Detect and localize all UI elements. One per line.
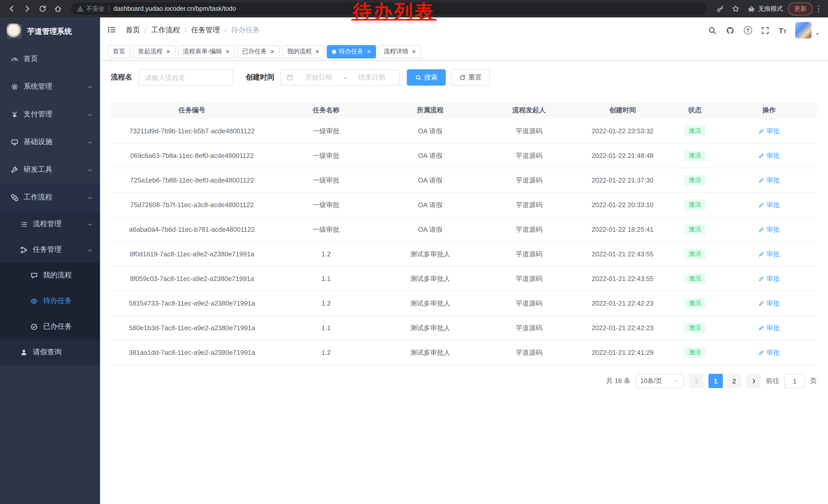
tab-close-icon[interactable]: ×	[166, 48, 170, 55]
sidebar-item-devtools[interactable]: 研发工具	[0, 156, 100, 184]
url-text: dashboard.yudao.iocoder.cn/bpm/task/todo	[113, 5, 236, 12]
sidebar-item-workflow[interactable]: 工作流程	[0, 184, 100, 211]
approve-link[interactable]: 审批	[758, 249, 780, 259]
status-badge: 激活	[684, 298, 706, 309]
sidebar-item-my-process[interactable]: 我的流程	[0, 263, 100, 288]
tab-label: 已办任务	[242, 47, 267, 56]
action-cell: 审批	[721, 176, 817, 185]
avatar-caret-icon[interactable]: ▾	[816, 31, 819, 39]
update-button[interactable]: 更新	[788, 2, 813, 15]
search-button[interactable]: 搜索	[407, 69, 446, 86]
help-icon[interactable]: ?	[744, 26, 752, 34]
approve-link[interactable]: 审批	[758, 176, 780, 185]
tab-close-icon[interactable]: ×	[412, 48, 416, 55]
tab-home[interactable]: 首页	[108, 45, 130, 58]
goto-label: 前往	[766, 376, 779, 385]
edit-icon	[758, 300, 764, 306]
reload-icon[interactable]	[36, 2, 49, 15]
chevron-down-icon	[87, 167, 93, 173]
sidebar-collapse-icon[interactable]	[107, 25, 118, 35]
date-range-picker[interactable]: 开始日期 - 结束日期	[281, 69, 400, 86]
status-badge: 激活	[684, 175, 706, 186]
app-logo[interactable]: 芋道管理系统	[0, 17, 100, 45]
approve-link[interactable]: 审批	[758, 323, 780, 332]
tab-process-form-edit[interactable]: 流程表单-编辑 ×	[178, 45, 235, 58]
sidebar-item-leave-query[interactable]: 请假查询	[0, 339, 100, 365]
tab-my-process[interactable]: 我的流程 ×	[282, 45, 325, 58]
password-key-icon[interactable]	[714, 2, 727, 15]
header: 首页/工作流程/任务管理/待办任务 ? TT ▾	[100, 17, 828, 43]
browser-window: 不安全 dashboard.yudao.iocoder.cn/bpm/task/…	[0, 0, 828, 504]
process-cell: 测试多审批人	[379, 299, 482, 308]
process-cell: OA 请假	[379, 126, 482, 136]
start-date-placeholder: 开始日期	[296, 73, 341, 82]
approve-link[interactable]: 审批	[758, 225, 780, 234]
table-row: 75d72608-7b7f-11ec-a3c8-acde48001122 一级审…	[111, 193, 817, 217]
page-number-2[interactable]: 2	[727, 374, 741, 388]
starter-cell: 芋道源码	[482, 176, 577, 185]
process-name-input[interactable]	[138, 69, 234, 86]
approve-label: 审批	[767, 348, 780, 357]
next-page-button[interactable]	[746, 374, 761, 388]
breadcrumb-item[interactable]: 首页	[126, 26, 140, 35]
forward-icon[interactable]	[20, 2, 34, 15]
sidebar-item-payment[interactable]: 支付管理	[0, 100, 100, 128]
tab-todo-tasks[interactable]: 待办任务 ×	[327, 45, 376, 58]
back-icon[interactable]	[5, 2, 18, 15]
sidebar-item-home[interactable]: 首页	[0, 45, 100, 73]
prev-page-button[interactable]	[689, 374, 703, 388]
approve-link[interactable]: 审批	[758, 274, 780, 283]
github-icon[interactable]	[726, 26, 735, 35]
page-size-value: 10条/页	[640, 377, 662, 385]
table-row: 8f0d1619-7ac8-11ec-a9e2-a2380e71991a 1.2…	[111, 242, 817, 267]
task-name-cell: 一级审批	[273, 200, 379, 210]
page-size-select[interactable]: 10条/页	[636, 374, 684, 388]
tab-label: 首页	[113, 47, 125, 56]
approve-link[interactable]: 审批	[758, 151, 780, 160]
breadcrumb-item[interactable]: 工作流程	[151, 26, 180, 35]
sidebar-item-infra[interactable]: 基础设施	[0, 128, 100, 156]
sidebar-item-todo-tasks[interactable]: 待办任务	[0, 288, 100, 314]
security-chip[interactable]: 不安全	[77, 4, 105, 13]
fullscreen-icon[interactable]	[760, 26, 770, 35]
task-name-cell: 1.1	[273, 275, 379, 282]
breadcrumb-item[interactable]: 任务管理	[191, 26, 220, 35]
address-bar[interactable]: 不安全 dashboard.yudao.iocoder.cn/bpm/task/…	[71, 3, 706, 15]
tab-process-detail[interactable]: 流程详情 ×	[379, 45, 421, 58]
menu-dots-icon[interactable]: ⋮	[815, 2, 823, 15]
tab-close-icon[interactable]: ×	[225, 48, 229, 55]
sidebar-item-task-mgmt[interactable]: 任务管理	[0, 237, 100, 263]
column-header: 任务名称	[273, 106, 379, 115]
system-icon	[10, 83, 18, 91]
search-icon[interactable]	[708, 26, 717, 35]
table-row: a6aba0a4-7b6d-11ec-b781-acde48001122 一级审…	[111, 217, 817, 242]
approve-link[interactable]: 审批	[758, 126, 780, 136]
sidebar-item-label: 任务管理	[33, 245, 61, 254]
reset-button[interactable]: 重置	[451, 69, 490, 86]
home-icon[interactable]	[51, 2, 65, 15]
approve-label: 审批	[767, 126, 780, 136]
tab-close-icon[interactable]: ×	[271, 48, 274, 55]
approve-link[interactable]: 审批	[758, 348, 780, 357]
sidebar-item-label: 工作流程	[24, 193, 52, 202]
tab-close-icon[interactable]: ×	[367, 48, 371, 55]
task-id-cell: 75d72608-7b7f-11ec-a3c8-acde48001122	[111, 201, 273, 209]
approve-link[interactable]: 审批	[758, 200, 780, 210]
bookmark-star-icon[interactable]	[729, 2, 742, 15]
sidebar-item-label: 待办任务	[43, 296, 72, 306]
sidebar-item-process-mgmt[interactable]: 流程管理	[0, 211, 100, 237]
font-size-icon[interactable]: TT	[779, 27, 786, 34]
sidebar-item-done-tasks[interactable]: 已办任务	[0, 314, 100, 339]
avatar[interactable]	[795, 22, 812, 39]
tab-close-icon[interactable]: ×	[316, 48, 319, 55]
page-number-1[interactable]: 1	[708, 374, 723, 388]
created-time-cell: 2022-01-22 18:25:41	[577, 226, 668, 233]
sidebar-item-system[interactable]: 系统管理	[0, 73, 100, 100]
tab-done-tasks[interactable]: 已办任务 ×	[237, 45, 279, 58]
tab-start-process[interactable]: 发起流程 ×	[133, 45, 175, 58]
approve-link[interactable]: 审批	[758, 299, 780, 308]
goto-page-input[interactable]	[784, 374, 805, 388]
task-id-cell: 381aa1dd-7ac8-11ec-a9e2-a2380e71991a	[111, 349, 273, 356]
action-cell: 审批	[721, 200, 817, 210]
chevron-up-icon	[87, 194, 93, 200]
